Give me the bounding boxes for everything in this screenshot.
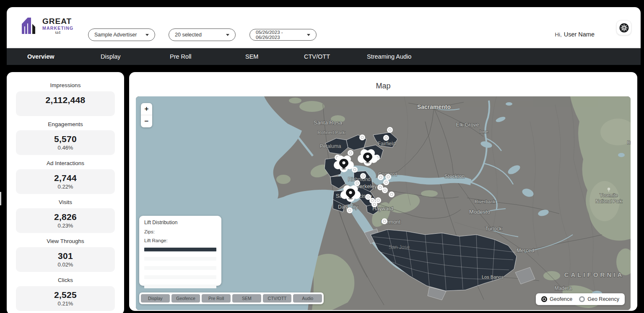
user-name: User Name — [564, 31, 595, 38]
svg-text:San Jose: San Jose — [389, 244, 410, 250]
tab-overview[interactable]: Overview — [27, 53, 55, 60]
svg-text:Rohnert Park: Rohnert Park — [318, 130, 345, 135]
metrics-sidebar: Impressions 2,112,448 Engagements 5,570 … — [7, 72, 124, 313]
zoom-in-button[interactable]: + — [141, 103, 152, 115]
metric-ad-interactions: Ad Interactions 2,744 0.22% — [7, 160, 124, 199]
lift-range-label: Lift Range: — [144, 238, 216, 243]
logo-building-icon — [21, 16, 39, 35]
svg-text:Santa Rosa: Santa Rosa — [314, 119, 343, 126]
chevron-down-icon — [307, 34, 310, 36]
metric-percent: 0.46% — [58, 145, 73, 151]
map-zoom-control: + − — [141, 103, 152, 127]
lift-range-bar-1 — [144, 248, 216, 251]
company-logo: GREAT MARKETING LLC — [21, 16, 73, 35]
metric-label: Ad Interactions — [7, 160, 124, 166]
metric-label: Clicks — [7, 277, 124, 283]
metric-value: 5,570 — [54, 134, 77, 144]
zoom-out-button[interactable]: − — [141, 115, 152, 127]
metric-value-box: 2,744 0.22% — [16, 169, 115, 194]
user-greeting: Hi,User Name — [555, 31, 595, 38]
map-card: Map — [129, 72, 637, 311]
tab-pre-roll[interactable]: Pre Roll — [170, 53, 192, 60]
layer-button-pre-roll[interactable]: Pre Roll — [202, 294, 231, 303]
metric-view-throughs: View Throughs 301 0.02% — [7, 238, 124, 277]
svg-text:Modesto: Modesto — [469, 209, 490, 215]
date-range-dropdown[interactable]: 05/26/2023 - 06/26/2023 — [249, 29, 317, 41]
svg-text:Petaluma: Petaluma — [320, 143, 341, 149]
svg-text:Ione: Ione — [480, 129, 488, 134]
metric-value-box: 5,570 0.46% — [16, 130, 115, 155]
map-mode-toggle: Geofence Geo Recency — [536, 293, 625, 305]
layer-button-audio[interactable]: Audio — [293, 294, 322, 303]
radio-selected-icon — [541, 296, 547, 302]
map-viewport[interactable]: Sacramento Elk Grove Ione Santa Rosa Roh… — [136, 96, 631, 310]
svg-text:Bridgeport: Bridgeport — [627, 140, 631, 145]
metric-percent: 0.22% — [58, 184, 73, 190]
logo-text-marketing: MARKETING — [42, 26, 73, 31]
svg-text:National Park: National Park — [595, 199, 622, 204]
layer-button-ctv-ott[interactable]: CTV/OTT — [263, 294, 292, 303]
logo-text-great: GREAT — [42, 17, 73, 25]
lift-range-bar-4 — [144, 275, 216, 279]
tab-ctv-ott[interactable]: CTV/OTT — [304, 53, 330, 60]
metric-percent: 0.02% — [58, 261, 73, 268]
tab-streaming-audio[interactable]: Streaming Audio — [367, 53, 411, 60]
svg-text:Los Banos: Los Banos — [482, 274, 504, 279]
metric-value: 2,525 — [54, 290, 77, 300]
chevron-down-icon — [145, 34, 149, 36]
geo-recency-radio-label: Geo Recency — [587, 296, 619, 302]
svg-text:Madera: Madera — [555, 285, 572, 291]
layer-button-sem[interactable]: SEM — [232, 294, 261, 303]
svg-text:Stockton: Stockton — [444, 173, 465, 179]
metric-percent: 0.21% — [58, 300, 73, 307]
radio-unselected-icon — [579, 296, 585, 302]
lift-distribution-panel: Lift Distribution Zips: Lift Range: — [139, 216, 221, 286]
lift-range-bar-5 — [144, 285, 216, 288]
gear-icon — [619, 23, 629, 33]
geo-recency-radio-option[interactable]: Geo Recency — [579, 296, 619, 302]
svg-text:Merced: Merced — [517, 248, 534, 254]
metric-label: Engagements — [7, 121, 124, 127]
metric-impressions: Impressions 2,112,448 — [7, 82, 124, 121]
campaign-dropdown-value: 20 selected — [175, 32, 202, 38]
advertiser-dropdown[interactable]: Sample Advertiser — [88, 28, 155, 41]
metric-label: View Throughs — [7, 238, 124, 244]
lift-range-bar-3 — [144, 266, 216, 270]
layer-button-display[interactable]: Display — [141, 294, 170, 303]
svg-text:Fairfield: Fairfield — [378, 141, 396, 147]
metric-value: 2,744 — [54, 173, 77, 183]
map-layer-toolbar: Display Geofence Pre Roll SEM CTV/OTT Au… — [139, 292, 324, 304]
geofence-radio-option[interactable]: Geofence — [541, 296, 572, 302]
svg-text:Yosemite: Yosemite — [600, 193, 618, 198]
layer-button-geofence[interactable]: Geofence — [171, 294, 200, 303]
metric-value-box: 2,112,448 — [16, 91, 115, 116]
metric-value: 301 — [58, 251, 73, 261]
header: GREAT MARKETING LLC Sample Advertiser 20… — [7, 7, 641, 48]
tab-sem[interactable]: SEM — [245, 53, 258, 60]
metric-value-box: 2,525 0.21% — [16, 286, 115, 311]
metric-value: 2,826 — [54, 212, 77, 222]
svg-text:CALIFORNIA: CALIFORNIA — [564, 271, 624, 278]
campaign-select-dropdown[interactable]: 20 selected — [169, 28, 236, 41]
metric-label: Impressions — [7, 82, 124, 88]
logo-text-llc: LLC — [42, 31, 73, 34]
svg-text:Sacramento: Sacramento — [417, 103, 451, 110]
tab-display[interactable]: Display — [101, 53, 121, 60]
svg-text:Elk Grove: Elk Grove — [456, 122, 479, 128]
date-range-value: 05/26/2023 - 06/26/2023 — [256, 30, 304, 40]
svg-text:Turlock: Turlock — [486, 226, 502, 232]
lift-range-bar-2 — [144, 257, 216, 261]
greeting-prefix: Hi, — [555, 31, 562, 38]
map-title: Map — [129, 72, 637, 91]
settings-button[interactable] — [616, 20, 631, 35]
metric-value: 2,112,448 — [46, 95, 86, 105]
main-nav: Overview Display Pre Roll SEM CTV/OTT St… — [7, 48, 641, 65]
metric-clicks: Clicks 2,525 0.21% — [7, 277, 124, 313]
dashboard-page: GREAT MARKETING LLC Sample Advertiser 20… — [0, 0, 644, 313]
metric-label: Visits — [7, 199, 124, 205]
chevron-down-icon — [226, 34, 229, 36]
metric-value-box: 301 0.02% — [16, 247, 115, 272]
advertiser-dropdown-value: Sample Advertiser — [94, 32, 137, 38]
scrollbar-tick[interactable] — [0, 192, 1, 205]
metric-visits: Visits 2,826 0.23% — [7, 199, 124, 238]
